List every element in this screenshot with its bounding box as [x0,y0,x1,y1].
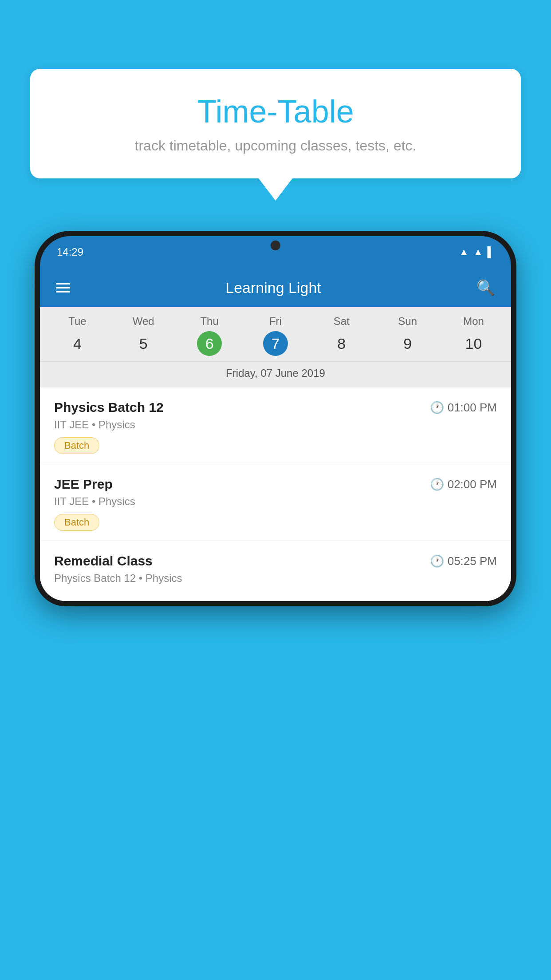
class-header: JEE Prep🕐 02:00 PM [54,477,497,492]
class-time: 🕐 05:25 PM [430,554,497,568]
signal-icon: ▲ [473,246,483,258]
clock-icon: 🕐 [430,478,444,491]
clock-icon: 🕐 [430,401,444,415]
day-col-thu[interactable]: Thu6 [190,315,229,356]
calendar-week: Tue4Wed5Thu6Fri7Sat8Sun9Mon10 Friday, 07… [40,307,511,387]
clock-icon: 🕐 [430,554,444,568]
day-col-mon[interactable]: Mon10 [454,315,493,356]
day-name: Wed [133,315,154,328]
status-icons: ▲ ▲ ▌ [459,246,494,258]
class-time: 🕐 02:00 PM [430,478,497,491]
app-title: Learning Light [225,279,321,296]
day-name: Mon [463,315,484,328]
class-header: Physics Batch 12🕐 01:00 PM [54,400,497,415]
phone-wrapper: 14:29 ▲ ▲ ▌ Learning Light 🔍 Tue4We [35,231,516,980]
class-item[interactable]: Remedial Class🕐 05:25 PMPhysics Batch 12… [40,541,511,601]
day-col-fri[interactable]: Fri7 [256,315,295,356]
class-name: Remedial Class [54,553,153,569]
day-col-sun[interactable]: Sun9 [388,315,427,356]
class-meta: Physics Batch 12 • Physics [54,572,497,585]
bubble-subtitle: track timetable, upcoming classes, tests… [57,138,494,154]
class-item[interactable]: JEE Prep🕐 02:00 PMIIT JEE • PhysicsBatch [40,464,511,541]
batch-tag: Batch [54,514,99,531]
classes-list: Physics Batch 12🕐 01:00 PMIIT JEE • Phys… [40,387,511,601]
speech-bubble-card: Time-Table track timetable, upcoming cla… [30,69,521,178]
day-number[interactable]: 6 [197,331,222,356]
app-header: Learning Light 🔍 [40,268,511,307]
battery-icon: ▌ [487,246,494,258]
class-meta: IIT JEE • Physics [54,419,497,431]
day-number[interactable]: 8 [329,331,354,356]
day-number[interactable]: 10 [461,331,486,356]
day-name: Fri [269,315,282,328]
day-col-sat[interactable]: Sat8 [322,315,361,356]
speech-bubble-section: Time-Table track timetable, upcoming cla… [30,69,521,201]
class-meta: IIT JEE • Physics [54,495,497,508]
class-name: JEE Prep [54,477,113,492]
day-number[interactable]: 7 [263,331,288,356]
date-label: Friday, 07 June 2019 [40,361,511,387]
day-name: Tue [68,315,86,328]
week-days-row: Tue4Wed5Thu6Fri7Sat8Sun9Mon10 [40,315,511,356]
batch-tag: Batch [54,437,99,454]
day-col-tue[interactable]: Tue4 [58,315,97,356]
menu-icon[interactable] [56,283,70,292]
phone-outer: 14:29 ▲ ▲ ▌ Learning Light 🔍 Tue4We [35,231,516,606]
wifi-icon: ▲ [459,246,469,258]
day-name: Thu [200,315,218,328]
class-item[interactable]: Physics Batch 12🕐 01:00 PMIIT JEE • Phys… [40,387,511,464]
bubble-pointer [259,178,292,201]
day-number[interactable]: 4 [65,331,90,356]
class-time: 🕐 01:00 PM [430,401,497,415]
day-name: Sat [334,315,350,328]
bubble-title: Time-Table [57,93,494,130]
status-time: 14:29 [57,246,83,258]
day-name: Sun [398,315,417,328]
phone-screen: Learning Light 🔍 Tue4Wed5Thu6Fri7Sat8Sun… [40,268,511,601]
class-header: Remedial Class🕐 05:25 PM [54,553,497,569]
search-icon[interactable]: 🔍 [476,279,495,296]
day-number[interactable]: 9 [395,331,420,356]
status-bar: 14:29 ▲ ▲ ▌ [40,236,511,268]
day-number[interactable]: 5 [131,331,156,356]
class-name: Physics Batch 12 [54,400,164,415]
day-col-wed[interactable]: Wed5 [124,315,163,356]
camera-notch [271,241,280,250]
